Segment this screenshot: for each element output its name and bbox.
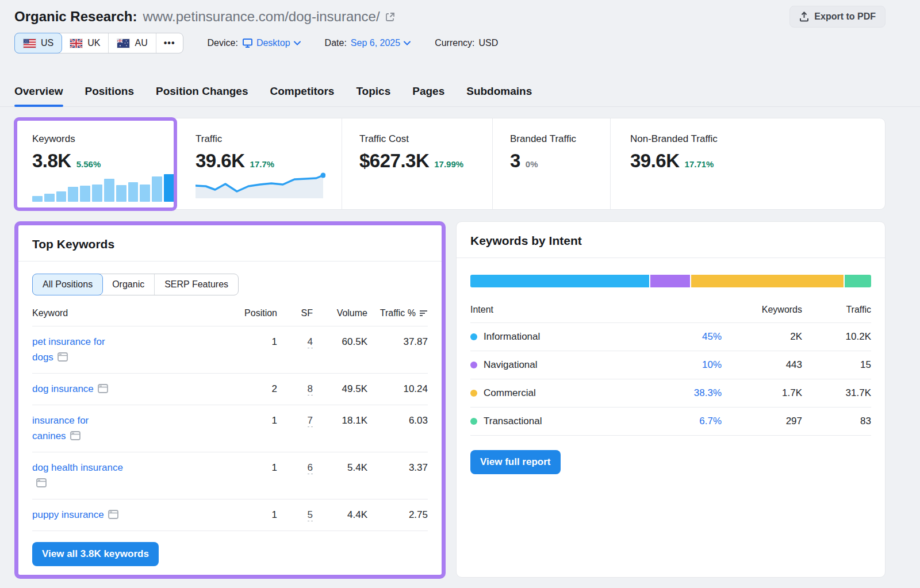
filter-tab-organic[interactable]: Organic (102, 274, 155, 295)
sf-cell: 7 (277, 413, 313, 428)
intent-percent-link[interactable]: 38.3% (694, 387, 722, 398)
date-value: Sep 6, 2025 (351, 38, 400, 48)
traffic-pct-cell: 2.75 (367, 507, 428, 522)
sparkline-bar (104, 179, 114, 202)
intent-traffic-cell: 10.2K (802, 331, 871, 343)
intent-row: Commercial38.3%1.7K31.7K (470, 379, 871, 408)
intent-color-dot (470, 390, 477, 397)
tab-positions[interactable]: Positions (85, 79, 135, 106)
filter-tab-serp-features[interactable]: SERP Features (155, 274, 238, 295)
metric-value: 3 (510, 150, 520, 172)
sf-link[interactable]: 4 (308, 336, 313, 348)
keywords-bar-sparkline (32, 172, 174, 202)
keyword-link[interactable]: pet insurance for dogs (32, 334, 123, 365)
filter-tab-all-positions[interactable]: All Positions (32, 274, 103, 295)
sparkline-bar (140, 185, 150, 202)
metric-change: 0% (526, 159, 538, 169)
tab-topics[interactable]: Topics (356, 79, 390, 106)
device-dropdown[interactable]: Desktop (242, 38, 301, 48)
traffic-pct-cell: 3.37 (367, 460, 428, 475)
date-dropdown[interactable]: Sep 6, 2025 (351, 38, 411, 48)
intent-segment-commercial (691, 275, 844, 287)
country-tab-uk[interactable]: UK (62, 33, 109, 53)
col-traffic-pct[interactable]: Traffic % (367, 308, 428, 318)
sparkline-bar (92, 185, 102, 202)
col-keyword[interactable]: Keyword (32, 308, 231, 318)
external-link-icon[interactable] (385, 11, 396, 22)
top-keywords-table: Keyword Position SF Volume Traffic % pet… (18, 305, 442, 531)
sf-cell: 6 (277, 460, 313, 475)
intent-name: Informational (484, 331, 540, 343)
us-flag-icon (23, 39, 36, 48)
intent-row: Navigational10%44315 (470, 351, 871, 379)
intent-percent-link[interactable]: 45% (702, 331, 722, 342)
sort-descending-icon[interactable] (420, 310, 428, 317)
tab-pages[interactable]: Pages (412, 79, 444, 106)
tab-competitors[interactable]: Competitors (270, 79, 334, 106)
chevron-down-icon (294, 41, 301, 45)
metric-label: Branded Traffic (510, 133, 604, 145)
sf-link[interactable]: 8 (308, 383, 313, 395)
tab-overview[interactable]: Overview (14, 79, 63, 106)
intent-label-cell: Commercial (470, 387, 658, 399)
metric-value: 39.6K (630, 150, 680, 172)
country-tab-au[interactable]: AU (109, 33, 156, 53)
more-countries-button[interactable]: ••• (156, 33, 183, 53)
volume-cell: 5.4K (313, 460, 367, 475)
position-cell: 1 (231, 507, 277, 522)
country-tab-us[interactable]: US (14, 33, 62, 53)
intent-percent-link[interactable]: 6.7% (699, 416, 722, 426)
traffic-pct-cell: 37.87 (367, 334, 428, 349)
device-filter: Device: Desktop (208, 38, 301, 48)
keyword-cell: pet insurance for dogs (32, 334, 231, 365)
traffic-pct-cell: 10.24 (367, 381, 428, 397)
intent-stacked-bar (470, 275, 871, 287)
intent-keywords-cell: 2K (722, 331, 802, 343)
intent-percent-cell: 10% (658, 359, 722, 371)
position-type-filter: All PositionsOrganicSERP Features (32, 274, 239, 295)
col-keywords: Keywords (722, 305, 802, 315)
date-filter: Date: Sep 6, 2025 (325, 38, 411, 48)
intent-traffic-cell: 83 (802, 416, 871, 427)
metric-label: Non-Branded Traffic (630, 133, 879, 145)
serp-features-icon (57, 352, 68, 362)
serp-features-icon (108, 510, 118, 519)
report-tabs: OverviewPositionsPosition ChangesCompeti… (0, 79, 920, 107)
export-to-pdf-button[interactable]: Export to PDF (789, 6, 885, 28)
keyword-cell: insurance for canines (32, 413, 231, 444)
keyword-link[interactable]: puppy insurance (32, 507, 118, 522)
position-cell: 1 (231, 460, 277, 475)
view-full-report-button[interactable]: View full report (470, 450, 561, 474)
view-all-keywords-button[interactable]: View all 3.8K keywords (32, 542, 159, 566)
traffic-line-sparkline (195, 171, 325, 203)
tab-position-changes[interactable]: Position Changes (156, 79, 248, 106)
keywords-by-intent-panel: Keywords by Intent Intent Keywords Traff… (456, 221, 885, 578)
intent-traffic-cell: 31.7K (802, 387, 871, 399)
sf-link[interactable]: 7 (308, 415, 313, 427)
currency-label: Currency: (435, 38, 474, 48)
metric-non-branded-traffic: Non-Branded Traffic 39.6K 17.71% (610, 118, 885, 209)
sf-link[interactable]: 5 (308, 509, 313, 521)
intent-row: Informational45%2K10.2K (470, 323, 871, 351)
col-sf[interactable]: SF (277, 308, 313, 318)
sf-link[interactable]: 6 (308, 462, 313, 474)
sparkline-bar (44, 194, 55, 202)
filter-bar: USUKAU••• Device: Desktop Date: Sep 6, 2… (14, 33, 498, 53)
col-volume[interactable]: Volume (313, 308, 367, 318)
col-position[interactable]: Position (231, 308, 277, 318)
intent-traffic-cell: 15 (802, 359, 871, 371)
keyword-link[interactable]: dog health insurance (32, 460, 123, 491)
tab-subdomains[interactable]: Subdomains (466, 79, 532, 106)
intent-percent-link[interactable]: 10% (702, 359, 722, 370)
currency-filter: Currency: USD (435, 38, 498, 48)
position-cell: 1 (231, 334, 277, 349)
keyword-link[interactable]: dog insurance (32, 381, 108, 397)
country-selector: USUKAU••• (14, 33, 183, 53)
intent-color-dot (470, 362, 477, 368)
keyword-link[interactable]: insurance for canines (32, 413, 123, 444)
intent-segment-navigational (650, 275, 690, 287)
serp-features-icon (36, 478, 47, 487)
table-row: pet insurance for dogs1460.5K37.87 (32, 326, 428, 374)
intent-color-dot (470, 333, 477, 340)
sparkline-bar (152, 176, 162, 202)
